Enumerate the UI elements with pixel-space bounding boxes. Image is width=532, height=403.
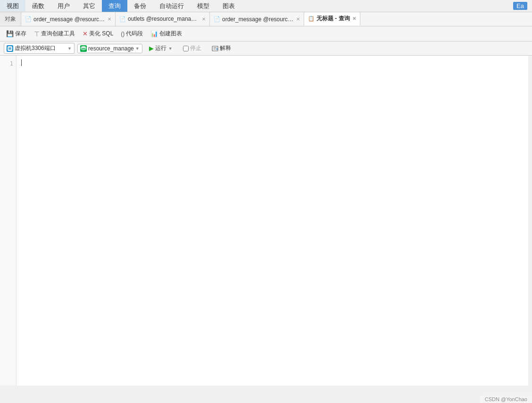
run-label: 运行 bbox=[155, 44, 166, 52]
stop-button[interactable]: 停止 bbox=[179, 43, 205, 54]
chart-icon: 📊 bbox=[150, 30, 158, 37]
menu-item-query[interactable]: 查询 bbox=[102, 0, 127, 12]
svg-rect-1 bbox=[8, 48, 11, 49]
save-label: 保存 bbox=[15, 30, 26, 38]
query-tab-1[interactable]: 📄 order_message @resource_manage ... ✕ bbox=[21, 12, 116, 26]
menu-item-chart[interactable]: 图表 bbox=[216, 0, 241, 12]
beautify-button[interactable]: ✕ 美化 SQL bbox=[79, 28, 116, 39]
stop-checkbox[interactable] bbox=[183, 45, 189, 52]
database-selector[interactable]: resource_manage ▼ bbox=[77, 44, 142, 53]
text-cursor bbox=[21, 59, 22, 66]
connection-icon bbox=[7, 45, 13, 52]
toolbar: 💾 保存 ⊤ 查询创建工具 ✕ 美化 SQL () 代码段 📊 创建图表 bbox=[0, 26, 532, 41]
tab-icon-3: 📄 bbox=[214, 16, 220, 22]
chart-label: 创建图表 bbox=[159, 30, 182, 38]
run-icon: ▶ bbox=[149, 45, 154, 52]
explain-button[interactable]: 解释 bbox=[208, 43, 235, 54]
tab-label-1: order_message @resource_manage ... bbox=[33, 16, 105, 23]
tab-icon-1: 📄 bbox=[25, 16, 32, 22]
menu-item-users[interactable]: 用户 bbox=[51, 0, 76, 12]
svg-point-5 bbox=[216, 48, 217, 49]
snippet-button[interactable]: () 代码段 bbox=[117, 28, 146, 39]
connection-dropdown-arrow: ▼ bbox=[67, 46, 72, 51]
menu-bar: 视图 函数 用户 其它 查询 备份 自动运行 模型 图表 Ea bbox=[0, 0, 532, 12]
line-number-1: 1 bbox=[0, 59, 16, 68]
tab-label-2: outlets @resource_manage (虚拟机3... bbox=[128, 15, 200, 23]
tab-icon-2: 📄 bbox=[119, 16, 126, 22]
menu-item-functions[interactable]: 函数 bbox=[25, 0, 51, 12]
run-button[interactable]: ▶ 运行 ▼ bbox=[145, 43, 176, 54]
object-tab-label: 对象 bbox=[0, 12, 21, 26]
editor-area: 1 bbox=[0, 56, 532, 386]
cursor-line bbox=[21, 59, 527, 66]
menu-item-view[interactable]: 视图 bbox=[0, 0, 25, 12]
menu-item-autorun[interactable]: 自动运行 bbox=[153, 0, 191, 12]
stop-label: 停止 bbox=[190, 44, 201, 52]
query-tab-3[interactable]: 📄 order_message @resource_manage ... ✕ bbox=[210, 12, 304, 26]
scrollbar[interactable] bbox=[528, 56, 532, 386]
menu-right-text: Ea bbox=[508, 0, 532, 11]
save-button[interactable]: 💾 保存 bbox=[3, 28, 30, 39]
tab-close-4[interactable]: ✕ bbox=[352, 16, 356, 21]
line-numbers: 1 bbox=[0, 56, 17, 386]
tab-close-3[interactable]: ✕ bbox=[296, 16, 300, 22]
database-label: resource_manage bbox=[88, 45, 134, 52]
query-tool-icon: ⊤ bbox=[34, 30, 40, 38]
stop-checkbox-input[interactable] bbox=[183, 46, 189, 51]
database-icon bbox=[80, 45, 87, 52]
beautify-label: 美化 SQL bbox=[89, 30, 113, 38]
query-tool-button[interactable]: ⊤ 查询创建工具 bbox=[31, 28, 78, 39]
query-tab-4[interactable]: 📋 无标题 - 查询 ✕ bbox=[304, 12, 360, 26]
tab-icon-4: 📋 bbox=[308, 16, 315, 22]
connection-selector[interactable]: 虚拟机3306端口 ▼ bbox=[4, 43, 75, 54]
connection-bar: 虚拟机3306端口 ▼ resource_manage ▼ ▶ 运行 ▼ 停止 … bbox=[0, 41, 532, 56]
svg-rect-0 bbox=[8, 46, 12, 51]
menu-item-other[interactable]: 其它 bbox=[76, 0, 102, 12]
tab-close-1[interactable]: ✕ bbox=[108, 16, 111, 22]
menu-item-model[interactable]: 模型 bbox=[191, 0, 216, 12]
save-icon: 💾 bbox=[6, 30, 14, 37]
beautify-icon: ✕ bbox=[83, 30, 88, 37]
connection-label: 虚拟机3306端口 bbox=[15, 44, 66, 52]
tab-label-3: order_message @resource_manage ... bbox=[222, 16, 294, 23]
query-tab-2[interactable]: 📄 outlets @resource_manage (虚拟机3... ✕ bbox=[116, 12, 210, 26]
run-dropdown-arrow[interactable]: ▼ bbox=[168, 46, 173, 51]
database-dropdown-arrow: ▼ bbox=[135, 46, 140, 51]
tab-close-2[interactable]: ✕ bbox=[202, 16, 206, 22]
svg-point-3 bbox=[81, 46, 86, 48]
tab-label-4: 无标题 - 查询 bbox=[316, 15, 350, 23]
editor-content[interactable] bbox=[17, 56, 532, 386]
chart-button[interactable]: 📊 创建图表 bbox=[147, 28, 185, 39]
snippet-label: 代码段 bbox=[126, 30, 143, 38]
query-tool-label: 查询创建工具 bbox=[41, 30, 75, 38]
snippet-icon: () bbox=[121, 31, 125, 37]
svg-rect-2 bbox=[8, 49, 11, 49]
menu-item-backup[interactable]: 备份 bbox=[127, 0, 153, 12]
tab-bar: 对象 📄 order_message @resource_manage ... … bbox=[0, 12, 532, 26]
explain-label: 解释 bbox=[220, 44, 231, 52]
explain-icon bbox=[212, 45, 218, 52]
